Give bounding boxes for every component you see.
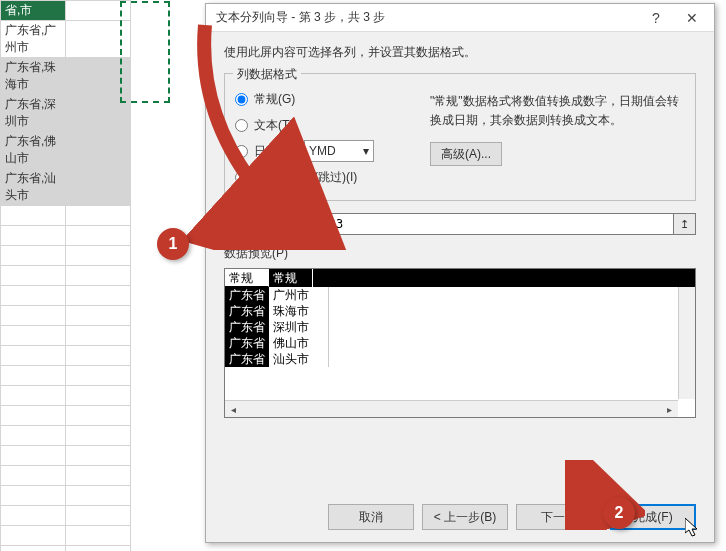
radio-skip[interactable]: 不导入此列(跳过)(I) — [235, 164, 430, 190]
collapse-icon: ↥ — [680, 218, 689, 231]
radio-general-input[interactable] — [235, 93, 248, 106]
cell-a2[interactable]: 广东省,广州市 — [1, 21, 66, 58]
help-button[interactable]: ? — [638, 6, 674, 30]
preview-header-1[interactable]: 常规 — [269, 269, 313, 287]
annotation-badge-2: 2 — [603, 497, 635, 529]
destination-input[interactable] — [300, 213, 674, 235]
next-button[interactable]: 下一步 — [516, 504, 602, 530]
column-format-group: 列数据格式 常规(G) 文本(T) 日期(D): YMD ▾ — [224, 73, 696, 201]
vertical-scrollbar[interactable] — [678, 287, 695, 399]
close-button[interactable]: ✕ — [674, 6, 710, 30]
annotation-badge-1: 1 — [157, 228, 189, 260]
radio-date-input[interactable] — [235, 145, 248, 158]
preview-header-0[interactable]: 常规 — [225, 269, 269, 287]
radio-date[interactable]: 日期(D): YMD ▾ — [235, 138, 430, 164]
instruction-text: 使用此屏内容可选择各列，并设置其数据格式。 — [224, 44, 696, 61]
target-label: 目标区域(E): — [224, 216, 300, 233]
cell-a6[interactable]: 广东省,汕头市 — [1, 169, 66, 206]
radio-skip-input[interactable] — [235, 171, 248, 184]
preview-row: 广东省佛山市 — [225, 335, 695, 351]
radio-text-input[interactable] — [235, 119, 248, 132]
chevron-down-icon: ▾ — [363, 144, 369, 158]
back-button[interactable]: < 上一步(B) — [422, 504, 508, 530]
preview-row: 广东省汕头市 — [225, 351, 695, 367]
preview-row: 广东省深圳市 — [225, 319, 695, 335]
cell-a4[interactable]: 广东省,深圳市 — [1, 95, 66, 132]
worksheet: 省,市 广东省,广州市 广东省,珠海市 广东省,深圳市 广东省,佛山市 广东省,… — [0, 0, 200, 551]
titlebar[interactable]: 文本分列向导 - 第 3 步，共 3 步 ? ✕ — [206, 4, 714, 32]
preview-row: 广东省广州市 — [225, 287, 695, 303]
dialog-title: 文本分列向导 - 第 3 步，共 3 步 — [216, 9, 638, 26]
radio-text[interactable]: 文本(T) — [235, 112, 430, 138]
column-format-legend: 列数据格式 — [233, 66, 301, 83]
scroll-left-icon[interactable]: ◂ — [225, 401, 242, 418]
radio-general[interactable]: 常规(G) — [235, 86, 430, 112]
preview-row: 广东省珠海市 — [225, 303, 695, 319]
format-note: "常规"数据格式将数值转换成数字，日期值会转换成日期，其余数据则转换成文本。 — [430, 92, 685, 130]
horizontal-scrollbar[interactable]: ◂ ▸ — [225, 400, 678, 417]
date-format-select[interactable]: YMD ▾ — [304, 140, 374, 162]
cell-a5[interactable]: 广东省,佛山市 — [1, 132, 66, 169]
cell-a3[interactable]: 广东省,珠海市 — [1, 58, 66, 95]
scroll-right-icon[interactable]: ▸ — [661, 401, 678, 418]
cancel-button[interactable]: 取消 — [328, 504, 414, 530]
preview-label: 数据预览(P) — [224, 245, 696, 262]
text-to-columns-dialog: 文本分列向导 - 第 3 步，共 3 步 ? ✕ 使用此屏内容可选择各列，并设置… — [205, 3, 715, 543]
data-preview[interactable]: 常规 常规 广东省广州市 广东省珠海市 广东省深圳市 广东省佛山市 广东省汕头市… — [224, 268, 696, 418]
advanced-button[interactable]: 高级(A)... — [430, 142, 502, 166]
collapse-dialog-button[interactable]: ↥ — [674, 213, 696, 235]
cell-a1[interactable]: 省,市 — [1, 1, 66, 21]
